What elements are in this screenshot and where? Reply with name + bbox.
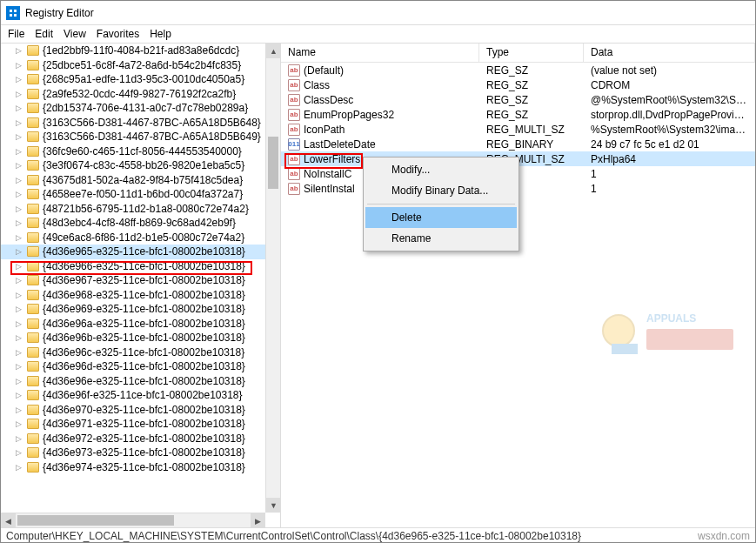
list-row[interactable]: 011LastDeleteDateREG_BINARY24 b9 c7 fc 5… xyxy=(281,137,755,151)
menu-edit[interactable]: Edit xyxy=(35,28,53,40)
scroll-left-icon[interactable]: ◀ xyxy=(1,513,16,527)
expander-icon[interactable]: ▷ xyxy=(13,132,23,141)
tree-item[interactable]: ▷{4d36e96c-e325-11ce-bfc1-08002be10318} xyxy=(1,345,265,360)
context-menu-separator xyxy=(367,204,515,204)
tree-item[interactable]: ▷{4d36e970-e325-11ce-bfc1-08002be10318} xyxy=(1,403,265,418)
context-menu-delete[interactable]: Delete xyxy=(365,207,517,228)
tree-item[interactable]: ▷{4658ee7e-f050-11d1-b6bd-00c04fa372a7} xyxy=(1,187,265,202)
expander-icon[interactable]: ▷ xyxy=(13,348,23,357)
tree-vertical-scrollbar[interactable]: ▲ ▼ xyxy=(265,44,280,513)
expander-icon[interactable]: ▷ xyxy=(13,262,23,271)
tree-item-label: {4d36e968-e325-11ce-bfc1-08002be10318} xyxy=(43,289,245,301)
expander-icon[interactable]: ▷ xyxy=(13,75,23,84)
expander-icon[interactable]: ▷ xyxy=(13,247,23,256)
expander-icon[interactable]: ▷ xyxy=(13,90,23,98)
svg-rect-3 xyxy=(14,14,17,17)
tree-item[interactable]: ▷{2a9fe532-0cdc-44f9-9827-76192f2ca2fb} xyxy=(1,87,265,102)
expander-icon[interactable]: ▷ xyxy=(13,406,23,414)
string-value-icon: ab xyxy=(288,124,300,136)
expander-icon[interactable]: ▷ xyxy=(13,291,23,299)
context-menu-rename[interactable]: Rename xyxy=(365,228,517,249)
tree-item[interactable]: ▷{2db15374-706e-4131-a0c7-d7c78eb0289a} xyxy=(1,101,265,116)
scroll-down-icon[interactable]: ▼ xyxy=(266,498,281,513)
tree-item[interactable]: ▷{4d36e965-e325-11ce-bfc1-08002be10318} xyxy=(1,245,265,259)
expander-icon[interactable]: ▷ xyxy=(13,434,23,443)
tree-item[interactable]: ▷{4d36e96a-e325-11ce-bfc1-08002be10318} xyxy=(1,317,265,332)
expander-icon[interactable]: ▷ xyxy=(13,204,23,213)
scroll-right-icon[interactable]: ▶ xyxy=(251,513,265,527)
tree-item[interactable]: ▷{48d3ebc4-4cf8-48ff-b869-9c68ad42eb9f} xyxy=(1,216,265,231)
expander-icon[interactable]: ▷ xyxy=(13,276,23,285)
expander-icon[interactable]: ▷ xyxy=(13,46,23,55)
column-header-data[interactable]: Data xyxy=(584,44,755,62)
tree-item[interactable]: ▷{4d36e969-e325-11ce-bfc1-08002be10318} xyxy=(1,302,265,317)
expander-icon[interactable]: ▷ xyxy=(13,61,23,70)
tree-item[interactable]: ▷{1ed2bbf9-11f0-4084-b21f-ad83a8e6dcdc} xyxy=(1,44,265,58)
expander-icon[interactable]: ▷ xyxy=(13,391,23,399)
expander-icon[interactable]: ▷ xyxy=(13,233,23,242)
expander-icon[interactable]: ▷ xyxy=(13,147,23,156)
expander-icon[interactable]: ▷ xyxy=(13,176,23,184)
folder-icon xyxy=(27,131,39,142)
folder-icon xyxy=(27,275,39,285)
tree-item[interactable]: ▷{4d36e968-e325-11ce-bfc1-08002be10318} xyxy=(1,288,265,303)
tree-item[interactable]: ▷{268c95a1-edfe-11d3-95c3-0010dc4050a5} xyxy=(1,72,265,87)
expander-icon[interactable]: ▷ xyxy=(13,419,23,428)
expander-icon[interactable]: ▷ xyxy=(13,333,23,342)
menu-file[interactable]: File xyxy=(8,28,24,40)
expander-icon[interactable]: ▷ xyxy=(13,362,23,371)
tree-item[interactable]: ▷{4d36e972-e325-11ce-bfc1-08002be10318} xyxy=(1,432,265,446)
column-header-type[interactable]: Type xyxy=(479,44,584,62)
value-data: 1 xyxy=(584,183,755,195)
context-menu-modify[interactable]: Modify... xyxy=(365,159,517,180)
expander-icon[interactable]: ▷ xyxy=(13,161,23,170)
tree-item[interactable]: ▷{4d36e967-e325-11ce-bfc1-08002be10318} xyxy=(1,273,265,288)
value-name: SilentInstal xyxy=(304,183,355,195)
expander-icon[interactable]: ▷ xyxy=(13,463,23,472)
tree-item[interactable]: ▷{36fc9e60-c465-11cf-8056-444553540000} xyxy=(1,144,265,159)
list-row[interactable]: abIconPathREG_MULTI_SZ%SystemRoot%\Syste… xyxy=(281,122,755,137)
tree-item[interactable]: ▷{4d36e971-e325-11ce-bfc1-08002be10318} xyxy=(1,417,265,432)
tree-item[interactable]: ▷{4d36e96d-e325-11ce-bfc1-08002be10318} xyxy=(1,359,265,374)
value-name: LastDeleteDate xyxy=(304,138,376,151)
folder-icon xyxy=(27,361,39,372)
tree-item-label: {4658ee7e-f050-11d1-b6bd-00c04fa372a7} xyxy=(43,188,243,200)
column-header-name[interactable]: Name xyxy=(281,44,479,62)
string-value-icon: ab xyxy=(288,183,300,195)
expander-icon[interactable]: ▷ xyxy=(13,448,23,457)
menu-help[interactable]: Help xyxy=(150,28,171,40)
tree-item[interactable]: ▷{25dbce51-6c8f-4a72-8a6d-b54c2b4fc835} xyxy=(1,58,265,73)
tree-item[interactable]: ▷{3e3f0674-c83c-4558-bb26-9820e1eba5c5} xyxy=(1,158,265,173)
menu-favorites[interactable]: Favorites xyxy=(97,28,139,40)
context-menu-modify-binary[interactable]: Modify Binary Data... xyxy=(365,180,517,201)
tree-item[interactable]: ▷{43675d81-502a-4a82-9f84-b75f418c5dea} xyxy=(1,173,265,188)
tree-item[interactable]: ▷{3163C566-D381-4467-87BC-A65A18D5B648} xyxy=(1,116,265,131)
expander-icon[interactable]: ▷ xyxy=(13,104,23,112)
list-row[interactable]: abClassDescREG_SZ@%SystemRoot%\System32\… xyxy=(281,92,755,107)
expander-icon[interactable]: ▷ xyxy=(13,190,23,198)
tree-horizontal-scrollbar[interactable]: ◀ ▶ xyxy=(1,513,265,527)
list-row[interactable]: abEnumPropPages32REG_SZstorprop.dll,DvdP… xyxy=(281,107,755,122)
tree-view[interactable]: ▷{1ed2bbf9-11f0-4084-b21f-ad83a8e6dcdc}▷… xyxy=(1,44,265,513)
expander-icon[interactable]: ▷ xyxy=(13,319,23,328)
tree-item[interactable]: ▷{49ce6ac8-6f86-11d2-b1e5-0080c72e74a2} xyxy=(1,231,265,245)
expander-icon[interactable]: ▷ xyxy=(13,305,23,313)
regedit-icon xyxy=(6,6,20,20)
value-data: 1 xyxy=(584,168,755,180)
tree-item[interactable]: ▷{4d36e966-e325-11ce-bfc1-08002be10318} xyxy=(1,259,265,274)
tree-item[interactable]: ▷{4d36e96f-e325-11ce-bfc1-08002be10318} xyxy=(1,388,265,403)
expander-icon[interactable]: ▷ xyxy=(13,377,23,385)
tree-item[interactable]: ▷{48721b56-6795-11d2-b1a8-0080c72e74a2} xyxy=(1,202,265,217)
tree-item[interactable]: ▷{4d36e96b-e325-11ce-bfc1-08002be10318} xyxy=(1,331,265,345)
list-row[interactable]: abClassREG_SZCDROM xyxy=(281,77,755,92)
menu-view[interactable]: View xyxy=(64,28,86,40)
tree-item[interactable]: ▷{3163C566-D381-4467-87BC-A65A18D5B649} xyxy=(1,130,265,144)
tree-item[interactable]: ▷{4d36e973-e325-11ce-bfc1-08002be10318} xyxy=(1,446,265,460)
svg-rect-7 xyxy=(646,329,733,350)
tree-item[interactable]: ▷{4d36e96e-e325-11ce-bfc1-08002be10318} xyxy=(1,374,265,389)
scroll-up-icon[interactable]: ▲ xyxy=(266,44,281,58)
expander-icon[interactable]: ▷ xyxy=(13,118,23,127)
list-row[interactable]: ab(Default)REG_SZ(value not set) xyxy=(281,63,755,77)
tree-item[interactable]: ▷{4d36e974-e325-11ce-bfc1-08002be10318} xyxy=(1,460,265,475)
expander-icon[interactable]: ▷ xyxy=(13,218,23,227)
